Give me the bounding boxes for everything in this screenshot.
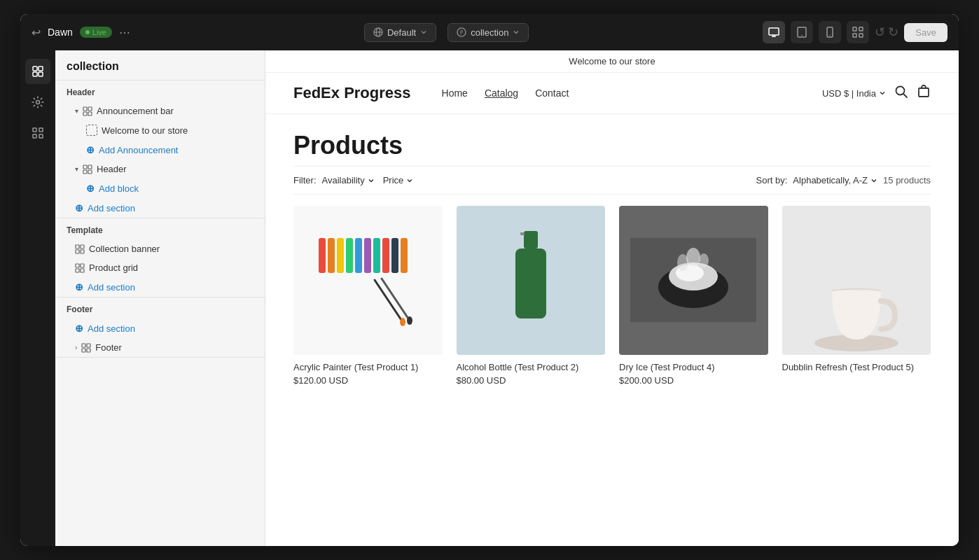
svg-line-45 xyxy=(903,94,907,97)
product-card-2[interactable]: Alcohol Bottle (Test Product 2) $80.00 U… xyxy=(457,206,606,386)
products-grid: Acrylic Painter (Test Product 1) $120.00… xyxy=(293,206,931,386)
currency-selector[interactable]: USD $ | India xyxy=(822,88,886,99)
add-block-item[interactable]: ⊕ Add block xyxy=(55,178,265,198)
header-label: Header xyxy=(97,164,127,174)
svg-rect-18 xyxy=(39,72,43,76)
tag-icon xyxy=(457,27,466,37)
product-image-2 xyxy=(457,206,606,355)
collection-dropdown[interactable]: collection xyxy=(447,23,529,42)
preview-scroll[interactable]: Welcome to our store FedEx Progress Home… xyxy=(265,50,959,546)
product-price-2: $80.00 USD xyxy=(457,375,606,386)
product-price-1: $120.00 USD xyxy=(293,375,443,386)
store-header: FedEx Progress Home Catalog Contact USD … xyxy=(265,73,959,114)
mobile-view-button[interactable] xyxy=(819,21,841,43)
header-section-group: Header ▾ Announcement bar Welcome to o xyxy=(55,80,265,218)
svg-rect-41 xyxy=(87,344,90,347)
product-image-3 xyxy=(619,206,768,355)
add-section-footer-label: Add section xyxy=(88,323,135,334)
svg-rect-50 xyxy=(346,238,353,273)
sort-by-label: Sort by: xyxy=(756,175,788,186)
price-filter[interactable]: Price xyxy=(383,175,414,186)
products-title: Products xyxy=(293,131,931,160)
cup-image xyxy=(793,206,919,355)
svg-point-10 xyxy=(830,35,831,36)
add-announcement-label: Add Announcement xyxy=(99,145,178,155)
svg-rect-30 xyxy=(83,170,87,174)
collection-banner-item[interactable]: Collection banner xyxy=(55,239,265,258)
top-bar-right: ↺ ↻ Save xyxy=(763,21,947,43)
collection-label: collection xyxy=(471,27,508,38)
product-card-4[interactable]: Dubblin Refresh (Test Product 5) xyxy=(782,206,931,386)
left-panel: collection Header ▾ Announcement bar xyxy=(55,50,265,546)
nav-home[interactable]: Home xyxy=(442,88,468,99)
chevron-down-icon xyxy=(420,29,427,36)
svg-point-59 xyxy=(400,318,405,326)
product-card-3[interactable]: Dry Ice (Test Product 4) $200.00 USD xyxy=(619,206,768,386)
default-dropdown[interactable]: Default xyxy=(364,23,436,42)
svg-rect-36 xyxy=(76,264,79,267)
sections-panel-button[interactable] xyxy=(25,59,50,84)
svg-rect-29 xyxy=(88,165,92,169)
svg-rect-47 xyxy=(319,238,326,273)
product-price-3: $200.00 USD xyxy=(619,375,768,386)
currency-chevron-icon xyxy=(879,90,886,97)
welcome-announcement-item[interactable]: Welcome to our store xyxy=(55,120,265,140)
apps-icon xyxy=(32,127,44,139)
back-button[interactable]: ↩ xyxy=(32,26,41,39)
footer-item[interactable]: › Footer xyxy=(55,338,265,357)
mobile-icon xyxy=(824,27,835,38)
product-image-1 xyxy=(293,206,443,355)
save-button[interactable]: Save xyxy=(904,23,947,42)
svg-rect-55 xyxy=(391,238,398,273)
nav-catalog[interactable]: Catalog xyxy=(485,88,518,99)
welcome-text: Welcome to our store xyxy=(102,125,188,136)
desktop-view-button[interactable] xyxy=(763,21,785,43)
gear-icon xyxy=(32,96,44,108)
announcement-bar-item[interactable]: ▾ Announcement bar xyxy=(55,102,265,120)
add-announcement-item[interactable]: ⊕ Add Announcement xyxy=(55,140,265,160)
nav-contact[interactable]: Contact xyxy=(535,88,569,99)
sort-selector[interactable]: Alphabetically, A-Z xyxy=(793,175,877,186)
template-section-group: Template Collection banner xyxy=(55,218,265,298)
svg-rect-31 xyxy=(88,170,92,174)
desktop-icon xyxy=(768,27,779,38)
redo-button[interactable]: ↻ xyxy=(888,24,898,40)
collapse-chevron: ▾ xyxy=(75,107,78,115)
svg-rect-61 xyxy=(524,231,538,248)
availability-label: Availability xyxy=(322,175,365,186)
add-section-header-item[interactable]: ⊕ Add section xyxy=(55,198,265,218)
bottle-image xyxy=(468,217,594,343)
top-bar: ↩ Dawn Live ⋯ Default collection xyxy=(20,14,959,50)
top-bar-left: ↩ Dawn Live ⋯ xyxy=(32,26,130,39)
product-grid-item[interactable]: Product grid xyxy=(55,258,265,277)
product-name-2: Alcohol Bottle (Test Product 2) xyxy=(457,362,606,372)
add-section-template-item[interactable]: ⊕ Add section xyxy=(55,277,265,297)
footer-grid-icon xyxy=(81,343,91,353)
apps-panel-button[interactable] xyxy=(25,120,50,146)
collection-banner-label: Collection banner xyxy=(89,244,160,254)
paints-image xyxy=(305,217,431,343)
sort-value: Alphabetically, A-Z xyxy=(793,175,868,186)
settings-panel-button[interactable] xyxy=(25,90,50,115)
add-section-template-plus: ⊕ xyxy=(75,281,83,293)
tablet-view-button[interactable] xyxy=(791,21,813,43)
more-menu-button[interactable]: ⋯ xyxy=(119,26,130,39)
svg-rect-27 xyxy=(88,112,92,115)
svg-rect-33 xyxy=(81,245,84,248)
availability-filter[interactable]: Availability xyxy=(322,175,375,186)
svg-point-70 xyxy=(699,253,709,267)
undo-button[interactable]: ↺ xyxy=(875,24,885,40)
search-button[interactable] xyxy=(894,85,908,102)
live-dot xyxy=(85,30,90,34)
svg-rect-32 xyxy=(76,245,79,248)
product-grid-label: Product grid xyxy=(89,262,138,273)
add-section-footer-item[interactable]: ⊕ Add section xyxy=(55,318,265,338)
custom-view-button[interactable] xyxy=(847,21,869,43)
sections-icon xyxy=(32,65,44,78)
svg-rect-53 xyxy=(373,238,380,273)
theme-name: Dawn xyxy=(48,27,73,38)
product-card-1[interactable]: Acrylic Painter (Test Product 1) $120.00… xyxy=(293,206,443,386)
header-item[interactable]: ▾ Header xyxy=(55,160,265,178)
panel-title: collection xyxy=(55,50,265,80)
cart-button[interactable] xyxy=(917,85,931,102)
